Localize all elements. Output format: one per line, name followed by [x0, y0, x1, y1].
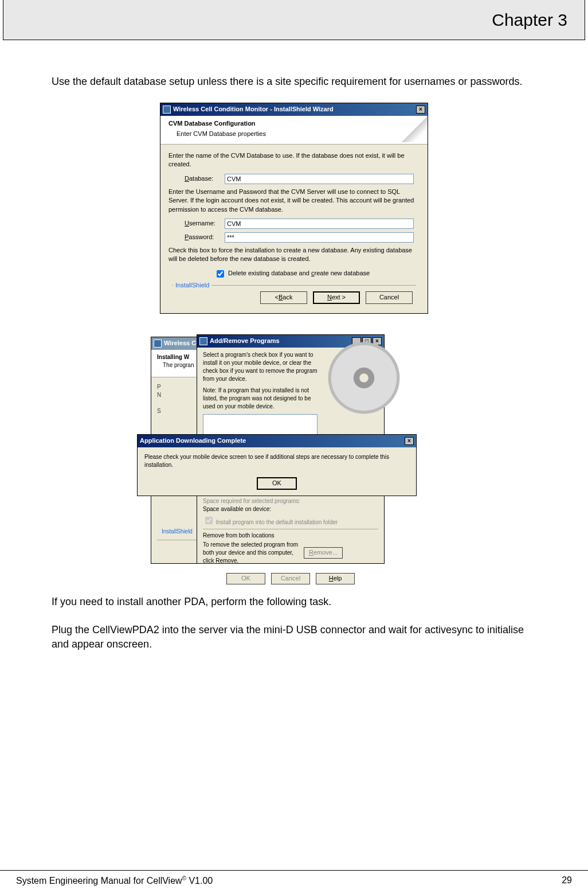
installshield-legend: InstallShield	[173, 281, 211, 290]
footer-page-number: 29	[562, 875, 572, 886]
footer-doc-title: System Engineering Manual for CellView© …	[16, 875, 213, 886]
dialog1-head-sub: Enter CVM Database properties	[177, 130, 420, 138]
delete-db-checkbox[interactable]	[217, 270, 224, 278]
app-icon	[154, 340, 162, 348]
default-folder-checkbox	[205, 517, 213, 524]
app-icon	[163, 106, 171, 114]
dc-ok-button[interactable]: OK	[257, 477, 297, 490]
arp-text1: Select a program's check box if you want…	[203, 351, 317, 383]
dialog-cluster: Wireless Ce Installing W The progran PNS…	[151, 337, 437, 572]
cd-graphic	[327, 341, 401, 415]
chapter-title: Chapter 3	[492, 10, 567, 30]
password-field[interactable]	[225, 232, 414, 243]
default-folder-label: Install program into the default install…	[216, 519, 338, 525]
dialog1-titlebar: Wireless Cell Condition Monitor - Instal…	[160, 103, 428, 116]
close-icon[interactable]: ×	[405, 437, 414, 445]
database-label: Database:	[185, 174, 225, 183]
dialog1-head-title: CVM Database Configuration	[168, 119, 420, 128]
delete-db-label: Delete existing database and create new …	[228, 270, 370, 276]
arp-space-req: Space required for selected programs:	[203, 497, 378, 505]
installshield-legend-2: InstallShield	[159, 528, 195, 536]
close-icon[interactable]: ×	[416, 106, 425, 114]
dc-title: Application Downloading Complete	[140, 436, 246, 445]
arp-help-button[interactable]: Help	[316, 573, 355, 584]
cancel-button[interactable]: Cancel	[366, 291, 413, 304]
arp-title: Add/Remove Programs	[210, 337, 280, 345]
dialog1-title: Wireless Cell Condition Monitor - Instal…	[173, 105, 334, 114]
dialog1-text1: Enter the name of the CVM Database to us…	[168, 151, 420, 169]
paragraph-3: Plug the CellViewPDA2 into the server vi…	[52, 623, 536, 652]
chapter-header: Chapter 3	[3, 0, 585, 40]
password-label: Password:	[185, 233, 225, 241]
username-field[interactable]	[225, 219, 414, 229]
dc-body: Please check your mobile device screen t…	[138, 447, 416, 475]
remove-text: To remove the selected program from both…	[203, 541, 300, 565]
wizard-title-frag: Wireless Ce	[164, 339, 199, 348]
arp-cancel-button: Cancel	[271, 573, 310, 584]
page-footer: System Engineering Manual for CellView© …	[0, 870, 588, 886]
dialog1-text3: Check this box to force the installation…	[168, 246, 420, 264]
arp-ok-button: OK	[226, 573, 265, 584]
remove-button: Remove...	[304, 547, 343, 559]
remove-group-label: Remove from both locations	[203, 532, 378, 540]
arp-icon	[199, 337, 207, 345]
dialog1-header: CVM Database Configuration Enter CVM Dat…	[160, 116, 428, 145]
arp-space-avail: Space available on device:	[203, 505, 378, 513]
username-label: Username:	[185, 219, 225, 228]
back-button[interactable]: < Back	[260, 291, 307, 304]
page-curl-decoration	[401, 116, 428, 142]
svg-point-3	[359, 373, 369, 383]
download-complete-dialog: Application Downloading Complete × Pleas…	[137, 434, 417, 496]
dialog1-text2: Enter the Username and Password that the…	[168, 188, 420, 214]
next-button[interactable]: Next >	[313, 291, 360, 304]
installshield-db-dialog: Wireless Cell Condition Monitor - Instal…	[160, 103, 428, 314]
arp-text2: Note: If a program that you installed is…	[203, 387, 323, 411]
paragraph-2: If you need to install another PDA, perf…	[52, 595, 536, 609]
paragraph-1: Use the default database setup unless th…	[52, 75, 536, 89]
database-field[interactable]	[225, 174, 414, 184]
dc-titlebar: Application Downloading Complete ×	[138, 435, 416, 447]
